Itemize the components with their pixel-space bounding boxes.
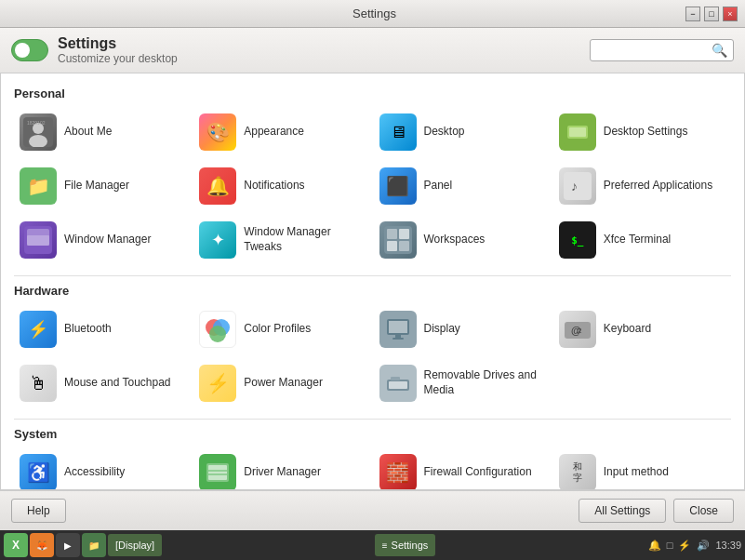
label-wm-tweaks: Window Manager Tweaks (244, 225, 366, 254)
svg-rect-28 (389, 381, 407, 389)
icon-driver-manager (199, 454, 236, 490)
app-header: Settings Customize your desktop 🔍 (0, 28, 745, 73)
titlebar: Settings − □ × (0, 0, 745, 28)
icon-wm-tweaks: ✦ (199, 221, 236, 259)
label-removable-drives: Removable Drives and Media (424, 368, 546, 397)
icon-mouse-touchpad: 🖱 (20, 365, 57, 402)
footer: Help All Settings Close (0, 490, 745, 530)
icon-notifications: 🔔 (199, 167, 236, 205)
close-button[interactable]: × (723, 7, 738, 21)
label-bluetooth: Bluetooth (64, 322, 112, 337)
svg-text:2: 2 (578, 327, 582, 335)
label-keyboard: Keyboard (604, 322, 651, 337)
label-appearance: Appearance (244, 125, 304, 140)
settings-item-driver-manager[interactable]: Driver Manager (193, 447, 371, 490)
settings-item-window-manager[interactable]: Window Manager (14, 214, 192, 266)
display-label-text: [Display] (115, 540, 154, 551)
section-header-personal: Personal (14, 87, 731, 100)
taskbar-right: 🔔 □ ⚡ 🔊 13:39 (648, 540, 741, 552)
icon-keyboard: @2 (559, 311, 596, 348)
settings-item-about-me[interactable]: 1829102About Me (14, 106, 192, 158)
main-content: Personal1829102About Me🎨Appearance🖥Deskt… (0, 73, 745, 490)
label-about-me: About Me (64, 125, 112, 140)
icon-accessibility: ♿ (20, 454, 57, 490)
taskbar-display-label[interactable]: [Display] (108, 534, 162, 556)
minimize-button[interactable]: − (685, 7, 700, 21)
svg-text:♪: ♪ (571, 179, 578, 193)
settings-item-bluetooth[interactable]: ⚡Bluetooth (14, 303, 192, 355)
svg-text:1829102: 1829102 (27, 120, 46, 126)
settings-item-keyboard[interactable]: @2Keyboard (553, 303, 731, 355)
settings-item-appearance[interactable]: 🎨Appearance (193, 106, 371, 158)
icon-about-me: 1829102 (20, 113, 57, 151)
items-grid-hardware: ⚡BluetoothColor ProfilesDisplay@2Keyboar… (14, 303, 731, 409)
label-display: Display (424, 322, 460, 337)
label-desktop-settings: Desktop Settings (604, 125, 688, 140)
icon-appearance: 🎨 (199, 113, 236, 151)
help-button[interactable]: Help (11, 499, 66, 523)
svg-rect-22 (395, 335, 401, 338)
taskbar-icon-2[interactable]: 🦊 (30, 533, 54, 557)
app-subtitle: Customize your desktop (58, 52, 178, 65)
svg-rect-11 (27, 235, 49, 246)
settings-item-file-manager[interactable]: 📁File Manager (14, 160, 192, 212)
settings-item-workspaces[interactable]: Workspaces (374, 214, 552, 266)
settings-item-accessibility[interactable]: ♿Accessibility (14, 447, 192, 490)
svg-rect-15 (387, 241, 397, 251)
svg-rect-6 (569, 127, 586, 137)
settings-item-mouse-touchpad[interactable]: 🖱Mouse and Touchpad (14, 357, 192, 409)
titlebar-controls: − □ × (685, 7, 738, 21)
icon-window-manager (20, 221, 57, 259)
settings-item-power-manager[interactable]: ⚡Power Manager (193, 357, 371, 409)
svg-rect-21 (389, 321, 407, 333)
settings-item-notifications[interactable]: 🔔Notifications (193, 160, 371, 212)
header-left: Settings Customize your desktop (11, 35, 178, 65)
settings-item-xfce-terminal[interactable]: $_Xfce Terminal (553, 214, 731, 266)
label-accessibility: Accessibility (64, 465, 125, 480)
taskbar-icon-1[interactable]: X (4, 533, 28, 557)
icon-power-manager: ⚡ (199, 365, 236, 402)
settings-item-removable-drives[interactable]: Removable Drives and Media (374, 357, 552, 409)
settings-item-input-method[interactable]: 和字Input method (553, 447, 731, 490)
taskbar-icon-4[interactable]: 📁 (82, 533, 106, 557)
label-window-manager: Window Manager (64, 233, 151, 247)
all-settings-button[interactable]: All Settings (579, 499, 666, 523)
taskbar-icon-3[interactable]: ▶ (56, 533, 80, 557)
icon-display (379, 311, 417, 348)
maximize-button[interactable]: □ (704, 7, 719, 21)
taskbar-notify-icon: 🔔 (648, 540, 661, 552)
taskbar-power-icon: ⚡ (678, 540, 691, 552)
label-xfce-terminal: Xfce Terminal (604, 233, 671, 247)
label-notifications: Notifications (244, 179, 304, 193)
section-header-system: System (14, 427, 731, 441)
icon-bluetooth: ⚡ (20, 311, 57, 348)
svg-rect-32 (208, 465, 227, 480)
icon-removable-drives (379, 365, 417, 402)
label-power-manager: Power Manager (244, 376, 323, 391)
settings-item-desktop[interactable]: 🖥Desktop (374, 106, 552, 158)
svg-rect-7 (564, 172, 592, 200)
taskbar-volume-icon: 🔊 (697, 540, 710, 552)
settings-item-wm-tweaks[interactable]: ✦Window Manager Tweaks (193, 214, 371, 266)
search-input[interactable] (596, 44, 708, 57)
icon-input-method: 和字 (559, 454, 596, 490)
icon-xfce-terminal: $_ (559, 221, 596, 259)
settings-item-firewall[interactable]: 🧱Firewall Configuration (374, 447, 552, 490)
label-panel: Panel (424, 179, 453, 193)
settings-item-display[interactable]: Display (374, 303, 552, 355)
icon-file-manager: 📁 (20, 167, 57, 205)
settings-item-panel[interactable]: ⬛Panel (374, 160, 552, 212)
label-driver-manager: Driver Manager (244, 465, 321, 480)
label-mouse-touchpad: Mouse and Touchpad (64, 376, 171, 391)
settings-item-color-profiles[interactable]: Color Profiles (193, 303, 371, 355)
label-firewall: Firewall Configuration (424, 465, 532, 480)
search-box[interactable]: 🔍 (590, 39, 734, 61)
settings-item-preferred-applications[interactable]: ♪Preferred Applications (553, 160, 731, 212)
items-grid-system: ♿AccessibilityDriver Manager🧱Firewall Co… (14, 447, 731, 490)
close-footer-button[interactable]: Close (673, 499, 734, 523)
taskbar-settings-app[interactable]: ≡ Settings (375, 534, 436, 556)
app-title: Settings (58, 35, 178, 52)
icon-color-profiles (199, 311, 236, 348)
icon-panel: ⬛ (379, 167, 417, 205)
settings-item-desktop-settings[interactable]: Desktop Settings (553, 106, 731, 158)
